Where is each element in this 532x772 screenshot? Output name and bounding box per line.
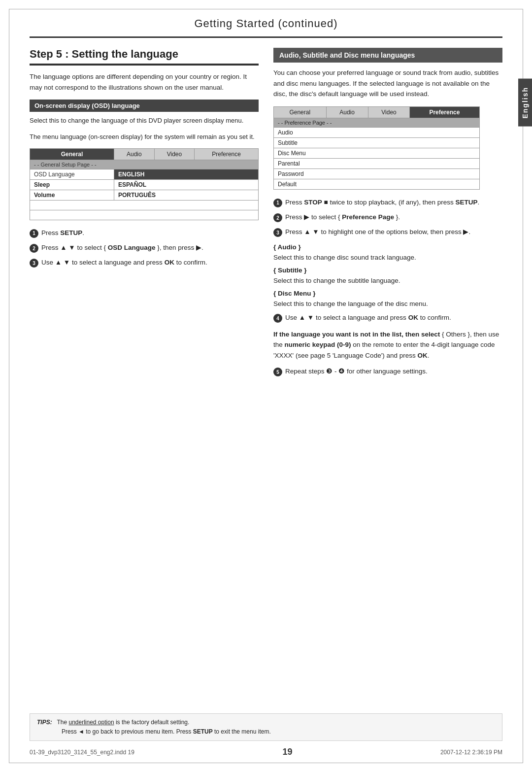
table-row: Disc Menu	[274, 148, 480, 158]
list-item: 5 Repeat steps ❸ - ❹ for other language …	[273, 367, 502, 376]
title-main: Getting Started	[194, 17, 274, 30]
step-heading: Step 5 : Setting the language	[30, 48, 259, 66]
pref-subtitle: Subtitle	[274, 137, 480, 148]
tips-indent: Press ◄ to go back to previous menu item…	[62, 728, 271, 735]
pref-default: Default	[274, 179, 480, 189]
sleep-label: Sleep	[30, 179, 114, 190]
footer-page-info: 01-39_dvp3120_3124_55_eng2.indd 19 19 20…	[30, 745, 502, 757]
osd-text1: Select this to change the language of th…	[30, 116, 259, 126]
page-header: Getting Started (continued)	[30, 0, 502, 38]
list-item: 4 Use ▲ ▼ to select a language and press…	[273, 313, 502, 323]
volume-value: PORTUGUÊS	[114, 190, 258, 200]
osd-text2: The menu language (on-screen display) fo…	[30, 132, 259, 142]
step-num-1: 1	[30, 229, 38, 238]
table-row: Subtitle	[274, 137, 480, 148]
right-steps-list-3: 5 Repeat steps ❸ - ❹ for other language …	[273, 367, 502, 376]
tab-audio-right: Audio	[326, 106, 368, 118]
list-item: 3 Use ▲ ▼ to select a language and press…	[30, 258, 259, 268]
osd-lang-value: ENGLISH	[114, 169, 258, 179]
osd-section-header: On-screen display (OSD) language	[30, 100, 259, 112]
right-steps-list-2: 4 Use ▲ ▼ to select a language and press…	[273, 313, 502, 323]
audio-title: { Audio }	[273, 243, 502, 251]
right-intro-text: You can choose your preferred language o…	[273, 67, 502, 100]
list-item: 1 Press STOP ■ twice to stop playback, (…	[273, 198, 502, 207]
right-step-2-text: Press ▶ to select { Preference Page }.	[285, 212, 400, 222]
pref-audio: Audio	[274, 127, 480, 137]
right-step-num-4: 4	[273, 314, 282, 323]
right-step-num-1: 1	[273, 199, 282, 207]
step-2-text: Press ▲ ▼ to select { OSD Language }, th…	[41, 243, 203, 253]
table-row-empty	[30, 200, 259, 210]
subtitle-text: Select this to change the subtitle langu…	[273, 276, 502, 286]
english-tab: English	[518, 79, 532, 127]
table-row: Parental	[274, 158, 480, 168]
title-subtitle: (continued)	[274, 17, 337, 30]
tab-audio: Audio	[114, 148, 154, 160]
tab-general-right: General	[274, 106, 327, 118]
tab-video-right: Video	[368, 106, 410, 118]
preference-menu-table: General Audio Video Preference - - Prefe…	[273, 106, 480, 190]
tab-preference-right: Preference	[410, 106, 479, 118]
pref-disc-menu: Disc Menu	[274, 148, 480, 158]
main-content: Step 5 : Setting the language The langua…	[0, 38, 532, 393]
right-section-header: Audio, Subtitle and Disc menu languages	[273, 48, 502, 63]
disc-menu-title: { Disc Menu }	[273, 290, 502, 297]
step-1-text: Press SETUP.	[41, 228, 84, 238]
volume-label: Volume	[30, 190, 114, 200]
left-column: Step 5 : Setting the language The langua…	[30, 48, 259, 383]
right-steps-list: 1 Press STOP ■ twice to stop playback, (…	[273, 198, 502, 237]
right-step-1-text: Press STOP ■ twice to stop playback, (if…	[285, 198, 479, 207]
page-number: 19	[282, 747, 292, 757]
right-step-5-text: Repeat steps ❸ - ❹ for other language se…	[285, 367, 428, 376]
file-info: 01-39_dvp3120_3124_55_eng2.indd 19	[30, 749, 134, 756]
subtitle-title: { Subtitle }	[273, 267, 502, 274]
list-item: 2 Press ▶ to select { Preference Page }.	[273, 212, 502, 222]
preference-page-row: - - Preference Page - -	[274, 118, 480, 127]
table-row-empty	[30, 210, 259, 220]
if-not-in-list-text: If the language you want is not in the l…	[273, 329, 502, 361]
table-row: Volume PORTUGUÊS	[30, 190, 259, 200]
tips-label: TIPS:	[37, 719, 52, 726]
table-row: Sleep ESPAÑOL	[30, 179, 259, 190]
pref-parental: Parental	[274, 158, 480, 168]
osd-lang-label: OSD Language	[30, 169, 114, 179]
audio-text: Select this to change disc sound track l…	[273, 253, 502, 263]
step-3-text: Use ▲ ▼ to select a language and press O…	[41, 258, 207, 268]
right-step-3-text: Press ▲ ▼ to highlight one of the option…	[285, 227, 470, 237]
list-item: 2 Press ▲ ▼ to select { OSD Language }, …	[30, 243, 259, 253]
tips-box: TIPS: The underlined option is the facto…	[30, 713, 502, 741]
table-row: Default	[274, 179, 480, 189]
list-item: 1 Press SETUP.	[30, 228, 259, 238]
tab-preference: Preference	[195, 148, 259, 160]
table-row: OSD Language ENGLISH	[30, 169, 259, 179]
tips-text1: The underlined option is the factory def…	[57, 719, 189, 726]
footer: TIPS: The underlined option is the facto…	[30, 713, 502, 757]
step-num-2: 2	[30, 244, 38, 253]
right-step-num-2: 2	[273, 213, 282, 222]
right-step-num-5: 5	[273, 368, 282, 376]
general-page-row: - - General Setup Page - -	[30, 160, 259, 169]
osd-steps-list: 1 Press SETUP. 2 Press ▲ ▼ to select { O…	[30, 228, 259, 268]
date-info: 2007-12-12 2:36:19 PM	[440, 749, 502, 756]
table-row: Audio	[274, 127, 480, 137]
right-step-num-3: 3	[273, 228, 282, 237]
step-num-3: 3	[30, 259, 38, 268]
right-column: Audio, Subtitle and Disc menu languages …	[273, 48, 502, 383]
page-title: Getting Started (continued)	[59, 14, 473, 31]
osd-menu-table: General Audio Video Preference - - Gener…	[30, 148, 259, 220]
list-item: 3 Press ▲ ▼ to highlight one of the opti…	[273, 227, 502, 237]
sleep-value: ESPAÑOL	[114, 179, 258, 190]
right-step-4-text: Use ▲ ▼ to select a language and press O…	[285, 313, 451, 323]
pref-password: Password	[274, 168, 480, 179]
disc-menu-text: Select this to change the language of th…	[273, 299, 502, 309]
intro-text: The language options are different depen…	[30, 71, 259, 93]
tab-general: General	[30, 148, 114, 160]
table-row: Password	[274, 168, 480, 179]
tab-video: Video	[154, 148, 194, 160]
